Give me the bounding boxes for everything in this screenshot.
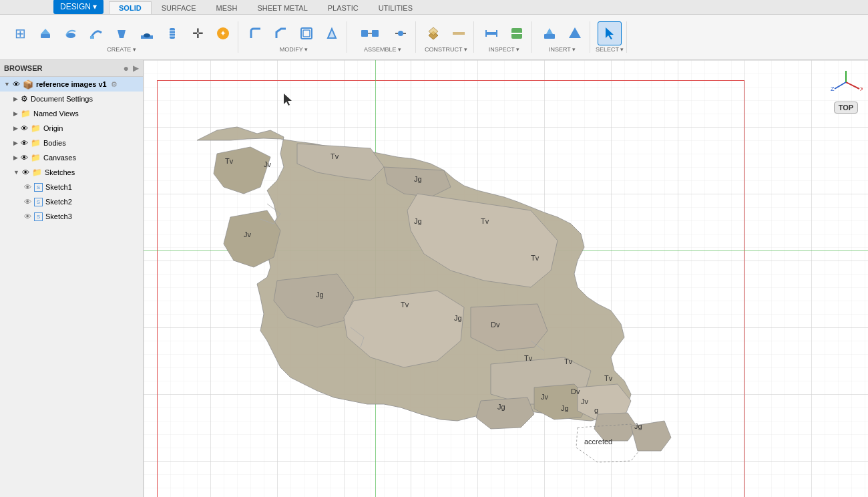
eye-icon[interactable]: 👁 bbox=[21, 124, 28, 132]
svg-marker-32 bbox=[569, 27, 581, 38]
svg-text:Tv: Tv bbox=[604, 374, 613, 382]
svg-text:Jg: Jg bbox=[414, 175, 422, 183]
select-button[interactable] bbox=[598, 21, 622, 45]
select-group: SELECT ▾ bbox=[593, 21, 627, 53]
tab-surface[interactable]: SURFACE bbox=[152, 1, 206, 14]
eye-icon[interactable]: 👁 bbox=[24, 183, 31, 191]
design-chevron: ▾ bbox=[93, 2, 97, 11]
browser-dot[interactable]: ● bbox=[124, 63, 129, 73]
folder-icon: 📁 bbox=[31, 138, 41, 148]
measure-button[interactable] bbox=[479, 21, 503, 45]
sidebar-item-named-views[interactable]: ▶ 📁 Named Views bbox=[0, 106, 143, 121]
create-label: CREATE ▾ bbox=[107, 46, 136, 53]
tab-plastic[interactable]: PLASTIC bbox=[318, 1, 369, 14]
section-analysis-button[interactable] bbox=[505, 21, 529, 45]
inspect-group: INSPECT ▾ bbox=[477, 21, 532, 53]
view-top-label[interactable]: TOP bbox=[834, 102, 858, 114]
insert-button[interactable] bbox=[537, 21, 562, 45]
svg-rect-25 bbox=[486, 32, 497, 35]
sidebar-item-origin[interactable]: ▶ 👁 📁 Origin bbox=[0, 121, 143, 136]
eye-icon[interactable]: 👁 bbox=[21, 139, 28, 147]
offset-plane-button[interactable] bbox=[421, 21, 445, 45]
svg-text:g: g bbox=[594, 406, 598, 414]
shell-button[interactable] bbox=[294, 21, 318, 45]
sidebar-item-sketches[interactable]: ▼ 👁 📁 Sketches bbox=[0, 165, 143, 180]
svg-rect-16 bbox=[361, 30, 368, 37]
sidebar-item-sketch2[interactable]: 👁 S Sketch2 bbox=[0, 194, 143, 209]
eye-icon[interactable]: 👁 bbox=[24, 212, 31, 220]
svg-text:Jg: Jg bbox=[316, 291, 324, 299]
browser-arrow[interactable]: ▶ bbox=[133, 63, 139, 73]
eye-icon[interactable]: 👁 bbox=[22, 168, 29, 176]
fillet-button[interactable] bbox=[244, 21, 268, 45]
sidebar-item-sketch1[interactable]: 👁 S Sketch1 bbox=[0, 180, 143, 194]
loft-button[interactable] bbox=[110, 21, 134, 45]
revolve-button[interactable] bbox=[59, 21, 83, 45]
extrude-button[interactable] bbox=[33, 21, 57, 45]
svg-point-19 bbox=[398, 31, 403, 36]
named-views-label: Named Views bbox=[33, 110, 79, 118]
tab-solid[interactable]: SOLID bbox=[109, 1, 152, 14]
move-button[interactable]: ✛ bbox=[186, 21, 210, 45]
modify-label: MODIFY ▾ bbox=[280, 46, 308, 53]
eye-icon[interactable]: 👁 bbox=[24, 198, 31, 206]
thread-button[interactable] bbox=[160, 21, 184, 45]
sweep-button[interactable] bbox=[84, 21, 108, 45]
hole-button[interactable] bbox=[135, 21, 159, 45]
component-icon: 📦 bbox=[23, 79, 33, 90]
new-component-button[interactable]: ⊞ bbox=[8, 21, 32, 45]
insert-mesh-button[interactable] bbox=[563, 21, 587, 45]
canvases-label: Canvases bbox=[43, 154, 76, 162]
svg-marker-31 bbox=[546, 28, 553, 34]
svg-marker-4 bbox=[118, 30, 126, 38]
tab-sheet-metal[interactable]: SHEET METAL bbox=[247, 1, 317, 14]
sidebar-item-bodies[interactable]: ▶ 👁 📁 Bodies bbox=[0, 136, 143, 150]
create-group: ⊞ bbox=[5, 21, 238, 53]
expand-icon: ▼ bbox=[13, 169, 19, 176]
svg-rect-30 bbox=[544, 34, 555, 39]
sidebar-item-sketch3[interactable]: 👁 S Sketch3 bbox=[0, 209, 143, 224]
joint-button[interactable] bbox=[389, 21, 413, 45]
svg-text:Tv: Tv bbox=[524, 354, 533, 362]
modify-group: MODIFY ▾ bbox=[241, 21, 347, 53]
sketch-icon: S bbox=[34, 198, 43, 206]
create-special-button[interactable]: ✦ bbox=[211, 21, 235, 45]
sidebar: BROWSER ● ▶ ▼ 👁 📦 reference images v1 ⚙ … bbox=[0, 60, 144, 497]
sidebar-item-root[interactable]: ▼ 👁 📦 reference images v1 ⚙ bbox=[0, 77, 143, 92]
root-settings-icon[interactable]: ⚙ bbox=[111, 80, 118, 89]
svg-rect-0 bbox=[41, 34, 50, 38]
sidebar-item-canvases[interactable]: ▶ 👁 📁 Canvases bbox=[0, 150, 143, 165]
svg-line-63 bbox=[835, 82, 846, 89]
svg-text:Jv: Jv bbox=[244, 230, 252, 238]
chamfer-button[interactable] bbox=[269, 21, 293, 45]
top-label-text: TOP bbox=[839, 104, 853, 112]
eye-icon[interactable]: 👁 bbox=[21, 154, 28, 162]
sidebar-item-document-settings[interactable]: ▶ ⚙ Document Settings bbox=[0, 92, 143, 106]
assemble-button[interactable] bbox=[353, 21, 387, 45]
viewport[interactable]: Tv Jv Tv Jg Tv Jv Jg Tv Dv Tv Tv Tv Dv J… bbox=[144, 60, 868, 497]
tab-utilities[interactable]: UTILITIES bbox=[369, 1, 423, 14]
svg-text:X: X bbox=[860, 86, 863, 92]
assemble-label: ASSEMBLE ▾ bbox=[364, 46, 401, 53]
folder-icon: 📁 bbox=[21, 109, 31, 118]
svg-text:Z: Z bbox=[831, 86, 835, 92]
sketch1-label: Sketch1 bbox=[45, 183, 72, 191]
axis-indicator: X Z bbox=[829, 65, 863, 99]
design-button[interactable]: DESIGN ▾ bbox=[53, 0, 103, 14]
geological-map: Tv Jv Tv Jg Tv Jv Jg Tv Dv Tv Tv Tv Dv J… bbox=[164, 100, 751, 497]
expand-icon: ▶ bbox=[13, 110, 18, 117]
svg-text:accreted: accreted bbox=[584, 438, 612, 446]
sketches-label: Sketches bbox=[45, 168, 75, 176]
construct-label: CONSTRUCT ▾ bbox=[425, 46, 467, 53]
toolbar-tabs: DESIGN ▾ SOLID SURFACE MESH SHEET METAL … bbox=[0, 0, 868, 15]
svg-rect-17 bbox=[372, 30, 379, 37]
draft-button[interactable] bbox=[320, 21, 344, 45]
gear-icon: ⚙ bbox=[21, 94, 28, 104]
folder-icon: 📁 bbox=[31, 124, 41, 133]
eye-icon[interactable]: 👁 bbox=[13, 80, 20, 88]
folder-icon: 📁 bbox=[32, 168, 42, 177]
assemble-group: ASSEMBLE ▾ bbox=[350, 21, 416, 53]
svg-rect-24 bbox=[453, 32, 465, 35]
tab-mesh[interactable]: MESH bbox=[206, 1, 248, 14]
midplane-button[interactable] bbox=[447, 21, 471, 45]
